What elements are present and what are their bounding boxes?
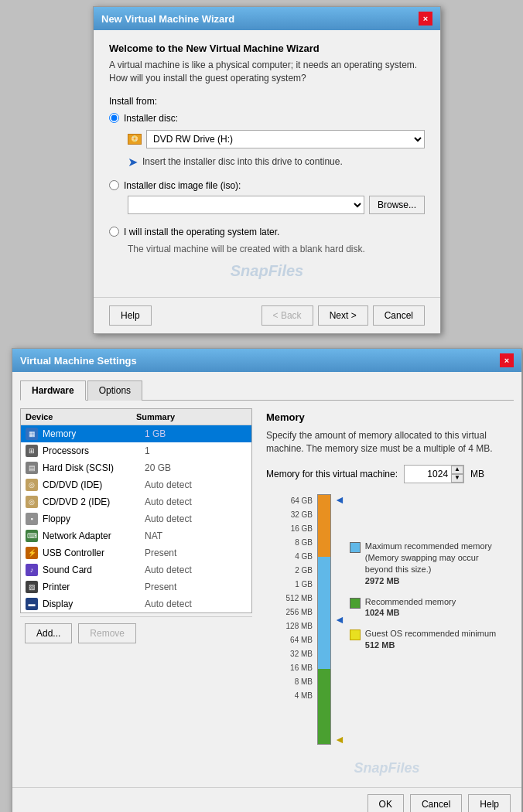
- device-row[interactable]: ◎ CD/DVD (IDE) Auto detect: [21, 476, 251, 493]
- device-name: Network Adapter: [43, 531, 145, 541]
- memory-panel: Memory Specify the amount of memory allo…: [260, 408, 514, 780]
- wizard-close-button[interactable]: ×: [419, 12, 432, 26]
- device-name: Printer: [43, 582, 145, 592]
- legend-rec-value: 1024 MB: [365, 608, 456, 617]
- later-radio[interactable]: [109, 227, 119, 237]
- device-rows: ▦ Memory 1 GB ⊞ Processors 1 ▤ Hard Disk…: [21, 425, 251, 612]
- wizard-title: New Virtual Machine Wizard: [101, 13, 234, 25]
- drive-select[interactable]: DVD RW Drive (H:): [146, 130, 425, 148]
- device-row[interactable]: ▬ Display Auto detect: [21, 595, 251, 612]
- memory-bar-wrapper: ◄ ◄ ◄: [317, 494, 345, 745]
- dvd-drive-icon: 📀: [128, 134, 142, 145]
- guest-min-memory-arrow: ◄: [334, 734, 345, 745]
- later-label: I will install the operating system late…: [124, 227, 279, 237]
- iso-select[interactable]: [128, 196, 364, 214]
- device-summary: Auto detect: [145, 479, 247, 490]
- device-summary: 20 GB: [145, 462, 247, 473]
- memory-legend: Maximum recommended memory (Memory swapp…: [350, 494, 508, 745]
- device-row[interactable]: ▨ Printer Present: [21, 578, 251, 595]
- wizard-titlebar: New Virtual Machine Wizard ×: [94, 7, 440, 30]
- device-row[interactable]: ♪ Sound Card Auto detect: [21, 561, 251, 578]
- settings-content: Device Summary ▦ Memory 1 GB ⊞ Processor…: [20, 408, 514, 780]
- memory-desc: Specify the amount of memory allocated t…: [266, 429, 508, 455]
- settings-close-button[interactable]: ×: [500, 353, 514, 367]
- settings-dialog: Virtual Machine Settings × Hardware Opti…: [12, 348, 522, 812]
- device-name: Memory: [43, 428, 145, 439]
- legend-rec-box: [350, 598, 361, 609]
- wizard-subtext: A virtual machine is like a physical com…: [109, 59, 425, 85]
- back-button[interactable]: < Back: [262, 305, 313, 326]
- device-icon-memory: ▦: [26, 428, 38, 440]
- wizard-body: Welcome to the New Virtual Machine Wizar…: [94, 30, 440, 297]
- legend-guest-text: Guest OS recommended minimum 512 MB: [365, 628, 496, 649]
- device-summary: 1 GB: [145, 428, 247, 439]
- device-row[interactable]: ⌨ Network Adapter NAT: [21, 527, 251, 544]
- memory-value-input[interactable]: 1024: [405, 466, 451, 483]
- iso-label: Installer disc image file (iso):: [124, 180, 241, 191]
- later-section: I will install the operating system late…: [109, 227, 425, 254]
- hint-arrow-icon: ➤: [128, 155, 138, 169]
- later-subtext: The virtual machine will be created with…: [128, 244, 425, 254]
- memory-label: 16 GB: [291, 522, 313, 536]
- col-summary-header: Summary: [136, 412, 247, 421]
- device-row[interactable]: ⊞ Processors 1: [21, 442, 251, 459]
- device-icon-cpu: ⊞: [26, 445, 38, 457]
- device-name: CD/DVD (IDE): [43, 479, 145, 490]
- memory-labels: 64 GB32 GB16 GB8 GB4 GB2 GB1 GB512 MB256…: [266, 494, 313, 745]
- memory-label: 4 GB: [295, 550, 313, 564]
- device-row[interactable]: ▦ Memory 1 GB: [21, 425, 251, 442]
- device-name: Floppy: [43, 513, 145, 524]
- device-icon-cd: ◎: [26, 479, 38, 491]
- settings-titlebar: Virtual Machine Settings ×: [12, 349, 521, 372]
- device-icon-floppy: ▪: [26, 513, 38, 525]
- device-icon-sound: ♪: [26, 564, 38, 576]
- device-icon-printer: ▨: [26, 581, 38, 593]
- installer-disc-row: Installer disc:: [109, 113, 425, 124]
- device-row[interactable]: ▤ Hard Disk (SCSI) 20 GB: [21, 459, 251, 476]
- memory-spin-up[interactable]: ▲: [451, 466, 463, 474]
- wizard-watermark: SnapFiles: [109, 262, 425, 280]
- legend-max-item: Maximum recommended memory (Memory swapp…: [350, 541, 508, 585]
- next-button[interactable]: Next >: [318, 305, 368, 326]
- device-name: Display: [43, 599, 145, 609]
- device-panel: Device Summary ▦ Memory 1 GB ⊞ Processor…: [20, 408, 252, 780]
- device-summary: Present: [145, 582, 247, 592]
- legend-guest-label: Guest OS recommended minimum: [365, 628, 496, 640]
- tab-hardware[interactable]: Hardware: [20, 380, 86, 401]
- memory-input-row: Memory for this virtual machine: 1024 ▲ …: [266, 465, 508, 483]
- add-device-button[interactable]: Add...: [25, 623, 72, 643]
- settings-cancel-button[interactable]: Cancel: [410, 794, 462, 812]
- tab-options[interactable]: Options: [87, 380, 142, 401]
- installer-disc-label: Installer disc:: [124, 113, 178, 124]
- browse-button[interactable]: Browse...: [369, 196, 425, 214]
- installer-disc-radio[interactable]: [109, 113, 119, 123]
- cancel-button[interactable]: Cancel: [373, 305, 425, 326]
- device-summary: Auto detect: [145, 565, 247, 575]
- device-summary: Auto detect: [145, 599, 247, 609]
- wizard-heading: Welcome to the New Virtual Machine Wizar…: [109, 43, 425, 54]
- device-row[interactable]: ⚡ USB Controller Present: [21, 544, 251, 561]
- memory-title: Memory: [266, 411, 508, 423]
- recommended-memory-arrow: ◄: [334, 614, 345, 625]
- device-icon-display: ▬: [26, 598, 38, 610]
- memory-unit-label: MB: [470, 469, 484, 479]
- iso-radio[interactable]: [109, 180, 119, 190]
- device-row[interactable]: ◎ CD/DVD 2 (IDE) Auto detect: [21, 493, 251, 510]
- memory-bar: [317, 494, 331, 745]
- remove-device-button[interactable]: Remove: [78, 623, 136, 643]
- device-icon-disk: ▤: [26, 462, 38, 474]
- drive-select-row: 📀 DVD RW Drive (H:): [128, 130, 425, 148]
- help-button[interactable]: Help: [109, 305, 152, 326]
- legend-max-box: [350, 542, 361, 553]
- ok-button[interactable]: OK: [367, 794, 404, 812]
- device-summary: Present: [145, 548, 247, 558]
- memory-spin-down[interactable]: ▼: [451, 474, 463, 483]
- device-row[interactable]: ▪ Floppy Auto detect: [21, 510, 251, 527]
- device-summary: NAT: [145, 531, 247, 541]
- device-name: Sound Card: [43, 565, 145, 575]
- device-name: Hard Disk (SCSI): [43, 462, 145, 473]
- device-name: USB Controller: [43, 548, 145, 558]
- device-summary: Auto detect: [145, 496, 247, 507]
- memory-label: 128 MB: [286, 619, 313, 633]
- settings-help-button[interactable]: Help: [468, 794, 511, 812]
